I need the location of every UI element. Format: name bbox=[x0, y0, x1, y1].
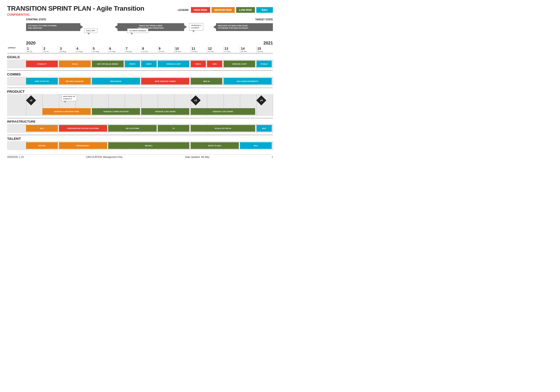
kickoff-annotation: KICK OFF bbox=[84, 29, 97, 33]
bar-version-3-architecture: VERSION 3 ARCHITECTURE bbox=[42, 108, 90, 115]
footer-date: Date Updated: 4th May bbox=[185, 156, 210, 158]
sprint-9: 926-Oct bbox=[158, 46, 174, 53]
bar-sms: SMS bbox=[207, 61, 222, 67]
talent-section: TALENT RETAINREDUNDANCYRESKILLMOVE TO BA… bbox=[7, 135, 273, 152]
year-2020: 2020 bbox=[26, 41, 36, 46]
sprint-2: 220-Jul bbox=[42, 46, 59, 53]
target-state-label: TARGET STATE bbox=[255, 18, 273, 21]
high-risk-callout: HIGH RISK OF CONFLICT bbox=[61, 94, 77, 101]
sprint-15: 1518-Jan bbox=[257, 46, 273, 53]
sprint-3: 303-Aug bbox=[59, 46, 75, 53]
infra-bars-row: BAUPREPARATION FOR RE PLATFORMRE PLATFOR… bbox=[7, 124, 273, 133]
bar-version-4-dev-work: VERSION 4 DEV WORK bbox=[191, 108, 255, 115]
diamond-v4: v4 bbox=[256, 95, 266, 105]
bar-prefs: PREFS bbox=[125, 61, 140, 67]
bar-move-to-bau: MOVE TO BAU bbox=[191, 142, 239, 149]
talent-title: TALENT bbox=[7, 137, 26, 141]
bar-gdpr: GDPR bbox=[141, 61, 156, 67]
bar-reskill: RESKILL bbox=[108, 142, 189, 149]
bar-version-3-dev-work: VERSION 3 DEV WORK bbox=[141, 108, 189, 115]
bar-dev-ops-blue-green: DEV OPS BLUE GREEN bbox=[92, 61, 124, 67]
product-title-row: PRODUCT bbox=[7, 88, 273, 94]
sprint-5: 531-Aug bbox=[92, 46, 108, 53]
bar-bau: BAU bbox=[257, 125, 272, 132]
sprint-row-label: SPRINT bbox=[7, 46, 26, 53]
bar-new-version-comms: NEW VERSION COMMS bbox=[141, 78, 189, 85]
product-title: PRODUCT bbox=[7, 89, 26, 94]
bar-stability: STABILITY bbox=[26, 61, 58, 67]
product-bars-row: VERSION 3 ARCHITECTUREVERSION 2 SIMPLIFI… bbox=[7, 107, 273, 116]
bar-re-platform: RE PLATFORM bbox=[108, 125, 156, 132]
infra-title-row: INFRASTRUCTURE bbox=[7, 118, 273, 124]
sprint-11: 1123-Nov bbox=[191, 46, 207, 53]
bar-preparation-for-re-platform: PREPARATION FOR RE PLATFORM bbox=[59, 125, 107, 132]
talent-bars-container: RETAINREDUNDANCYRESKILLMOVE TO BAUBAU bbox=[26, 141, 273, 150]
talent-bars-row: RETAINREDUNDANCYRESKILLMOVE TO BAUBAU bbox=[7, 141, 273, 150]
bar-recs: RECS bbox=[191, 61, 206, 67]
infrastructure-section: INFRASTRUCTURE BAUPREPARATION FOR RE PLA… bbox=[7, 118, 273, 135]
goals-title-row: GOALS bbox=[7, 53, 273, 59]
bar-bau: BAU bbox=[240, 142, 272, 149]
bar-scale-up-for-v4: SCALE UP FOR v4 bbox=[191, 125, 255, 132]
bar-version-2-simplification: VERSION 2 SIMPLIFICATION bbox=[92, 108, 140, 115]
product-diamonds-row: v2v3v4HIGH RISK OF CONFLICT bbox=[7, 94, 273, 107]
sprint-7: 728-Sep bbox=[125, 46, 141, 53]
sprint-14: 1404-Jan bbox=[240, 46, 256, 53]
bar-bau-announcements: BAU ANNOUNCEMENTS bbox=[224, 78, 272, 85]
comms-bars-container: NEW STUFF ENWE ARE CHANGINGRESILIENCENEW… bbox=[26, 77, 273, 86]
page-title: TRANSITION SPRINT PLAN - Agile Transitio… bbox=[7, 5, 144, 12]
legend-low-risk: LOW RISK bbox=[236, 7, 255, 13]
sprint-4: 417-Aug bbox=[75, 46, 92, 53]
legend-bau: BAU bbox=[256, 7, 273, 13]
sprint-12: 1207-Dec bbox=[207, 46, 223, 53]
bar-retain: RETAIN bbox=[26, 142, 58, 149]
bar-v3: V3 bbox=[158, 125, 190, 132]
header: TRANSITION SPRINT PLAN - Agile Transitio… bbox=[7, 5, 273, 16]
footer-page: 1 bbox=[271, 156, 273, 158]
footer: VERSION: 1.23 CIRCULATION: Management On… bbox=[7, 154, 273, 158]
sprint-header-row: SPRINT 106-Jul 220-Jul 303-Aug 417-Aug 5… bbox=[7, 46, 273, 53]
bar-we-are-changing: WE ARE CHANGING bbox=[59, 78, 91, 85]
infra-title: INFRASTRUCTURE bbox=[7, 120, 26, 123]
product-bars-container: VERSION 3 ARCHITECTUREVERSION 2 SIMPLIFI… bbox=[26, 107, 273, 116]
legend-medium-risk: MEDIUM RISK bbox=[211, 7, 235, 13]
confidential-label: CONFIDENTIAL bbox=[7, 13, 144, 16]
comms-title: COMMS bbox=[7, 72, 26, 76]
page-root: TRANSITION SPRINT PLAN - Agile Transitio… bbox=[7, 5, 273, 158]
goals-bars-row: STABILITYSCALEDEV OPS BLUE GREENPREFSGDP… bbox=[7, 59, 273, 69]
infra-bars-container: BAUPREPARATION FOR RE PLATFORMRE PLATFOR… bbox=[26, 124, 273, 133]
bar-stable: STABLE bbox=[257, 61, 272, 67]
cutback-annotation: CUT BACK TO CORE SYSTEMS AND SERVICES bbox=[26, 23, 80, 31]
sprint-8: 812-Oct bbox=[141, 46, 158, 53]
comms-bars-row: NEW STUFF ENWE ARE CHANGINGRESILIENCENEW… bbox=[7, 77, 273, 86]
year-2021: 2021 bbox=[263, 41, 273, 46]
annotation-row: CUT BACK TO CORE SYSTEMS AND SERVICES KI… bbox=[26, 21, 273, 40]
bar-bed-in: BED IN bbox=[191, 78, 222, 85]
sprint-10: 1009-Nov bbox=[174, 46, 190, 53]
comms-title-row: COMMS bbox=[7, 70, 273, 77]
footer-version: VERSION: 1.23 bbox=[7, 156, 24, 158]
bar-bau: BAU bbox=[26, 125, 58, 132]
bar-version-4-mvp: VERSION 4 MVP bbox=[224, 61, 255, 67]
legend-block: LEGEND HIGH RISK MEDIUM RISK LOW RISK BA… bbox=[178, 7, 273, 13]
sprint-6: 614-Sep bbox=[108, 46, 125, 53]
goals-title: GOALS bbox=[7, 55, 26, 59]
legend-high-risk: HIGH RISK bbox=[191, 7, 210, 13]
diamond-v3: v3 bbox=[191, 95, 201, 105]
v3launch-annotation: VERSION 3 LAUNCH bbox=[189, 23, 203, 30]
talent-title-row: TALENT bbox=[7, 135, 273, 141]
sprint-1: 106-Jul bbox=[26, 46, 42, 53]
bar-scale: SCALE bbox=[59, 61, 91, 67]
legend-label: LEGEND bbox=[178, 9, 189, 11]
goals-section: GOALS STABILITYSCALEDEV OPS BLUE GREENPR… bbox=[7, 53, 273, 70]
bar-new-stuff-en: NEW STUFF EN bbox=[26, 78, 58, 85]
plan-area: STARTING STATE TARGET STATE CUT BACK TO … bbox=[7, 18, 273, 152]
title-block: TRANSITION SPRINT PLAN - Agile Transitio… bbox=[7, 5, 144, 16]
innovate-annotation: INNOVATE ON NEW CORE BASE. OPTIMISED FOR… bbox=[216, 23, 273, 31]
bar-version-3-mvp: VERSION 3 MVP bbox=[158, 61, 190, 67]
starting-state-label: STARTING STATE bbox=[26, 18, 46, 21]
bar-resilience: RESILIENCE bbox=[92, 78, 140, 85]
year-labels-row: 2020 2021 bbox=[26, 41, 273, 46]
product-section: PRODUCT v2v3v4HIGH RISK OF CONFLICT VERS… bbox=[7, 88, 273, 118]
diamond-v2: v2 bbox=[26, 95, 36, 105]
